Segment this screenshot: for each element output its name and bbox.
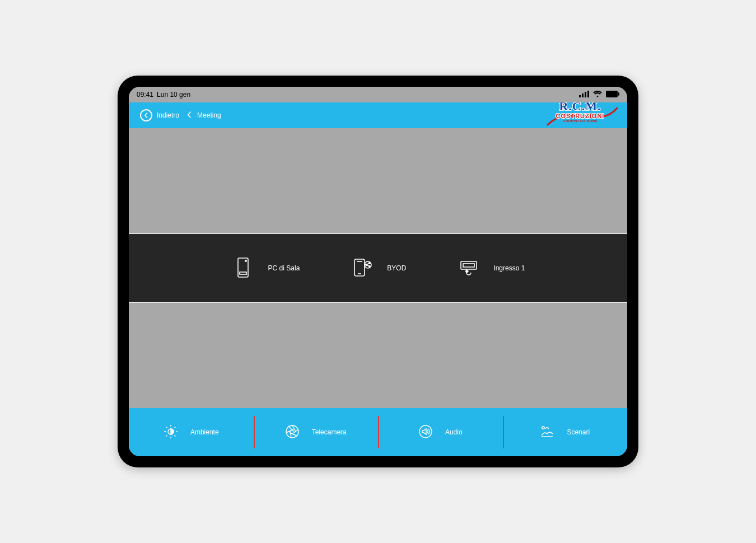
breadcrumb-label: Meeting <box>197 111 221 119</box>
footer-telecamera[interactable]: Telecamera <box>254 408 379 456</box>
logo-line1: R.C.M. <box>547 99 614 114</box>
source-label: Ingresso 1 <box>493 264 525 272</box>
scene-icon <box>540 424 554 441</box>
logo-line3: GRUPPO RAINONE <box>547 119 614 123</box>
source-byod[interactable]: BYOD <box>350 256 406 281</box>
svg-rect-2 <box>585 92 586 97</box>
logo-line2: COSTRUZIONI <box>547 113 614 119</box>
device-share-icon <box>350 256 374 281</box>
back-circle-icon <box>140 109 152 121</box>
footer-label: Ambiente <box>190 428 219 436</box>
brand-logo: R.C.M. COSTRUZIONI GRUPPO RAINONE <box>547 99 614 123</box>
source-row: PC di Sala <box>129 233 627 303</box>
svg-point-31 <box>542 426 544 428</box>
footer-bar: Ambiente Telecamera <box>129 408 627 456</box>
source-pc-di-sala[interactable]: PC di Sala <box>231 256 300 281</box>
svg-rect-1 <box>582 93 584 97</box>
brightness-icon <box>164 424 178 441</box>
source-label: PC di Sala <box>268 264 300 272</box>
back-label: Indietro <box>157 111 179 119</box>
svg-line-26 <box>174 435 175 436</box>
footer-label: Scenari <box>567 428 590 436</box>
header-bar: Indietro Meeting R.C.M. COSTRUZIONI GRUP… <box>129 102 627 128</box>
signal-icon <box>579 91 589 99</box>
source-label: BYOD <box>387 264 406 272</box>
desktop-pc-icon <box>231 256 255 281</box>
speaker-icon <box>418 424 433 441</box>
chevron-left-icon <box>187 111 192 120</box>
footer-ambiente[interactable]: Ambiente <box>129 408 254 456</box>
svg-rect-3 <box>587 91 589 97</box>
spacer-top <box>129 128 627 233</box>
footer-label: Telecamera <box>312 428 347 436</box>
spacer-bottom <box>129 303 627 408</box>
status-time: 09:41 <box>137 91 153 99</box>
svg-rect-0 <box>579 95 581 97</box>
footer-label: Audio <box>445 428 463 436</box>
tablet-frame: 09:41 Lun 10 gen Indietr <box>118 76 638 467</box>
hdmi-input-icon <box>456 256 480 281</box>
source-ingresso-1[interactable]: Ingresso 1 <box>456 256 525 281</box>
svg-line-25 <box>166 427 167 428</box>
content-area: PC di Sala <box>129 128 627 408</box>
back-button[interactable]: Indietro <box>140 109 179 121</box>
svg-rect-19 <box>463 264 474 267</box>
svg-point-7 <box>245 260 246 261</box>
wifi-icon <box>593 91 602 99</box>
status-date: Lun 10 gen <box>157 91 190 99</box>
svg-rect-5 <box>618 92 619 96</box>
footer-audio[interactable]: Audio <box>378 408 503 456</box>
svg-line-28 <box>166 435 167 436</box>
svg-line-27 <box>174 427 175 428</box>
svg-rect-4 <box>606 91 618 97</box>
aperture-icon <box>285 424 300 441</box>
battery-icon <box>606 91 619 99</box>
footer-scenari[interactable]: Scenari <box>503 408 628 456</box>
svg-rect-8 <box>240 272 246 274</box>
screen: 09:41 Lun 10 gen Indietr <box>129 87 627 456</box>
breadcrumb[interactable]: Meeting <box>187 111 221 120</box>
